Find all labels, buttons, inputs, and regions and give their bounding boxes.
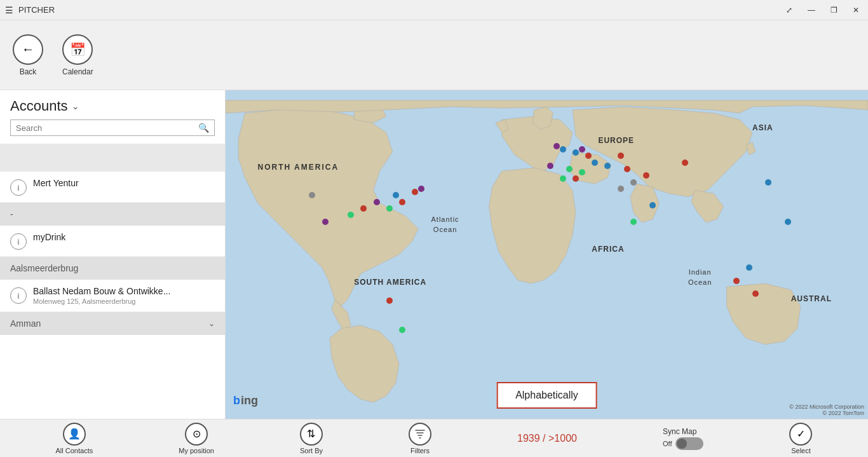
title-bar-left: ☰ PITCHER — [5, 5, 55, 15]
map-dot[interactable] — [374, 199, 380, 205]
section-header-empty — [0, 144, 225, 172]
back-button[interactable]: ← Back — [13, 34, 43, 76]
section-header-dash: - — [0, 203, 225, 226]
map-dot[interactable] — [630, 179, 637, 186]
sidebar-chevron-icon[interactable]: ⌄ — [72, 101, 79, 111]
copyright-text: © 2022 Microsoft Corporation © 2022 TomT… — [789, 404, 864, 416]
sidebar-title: Accounts — [10, 98, 68, 114]
sync-toggle-knob — [677, 439, 687, 449]
title-bar-controls: ⤢ — ❐ ✕ — [782, 4, 863, 16]
map-dot[interactable] — [592, 160, 598, 166]
filters-button[interactable]: Filters — [409, 423, 431, 454]
map-dot[interactable] — [765, 179, 771, 186]
sync-section: Sync Map Off — [663, 427, 703, 450]
sort-by-button[interactable]: ⇅ Sort By — [300, 423, 323, 454]
restore-button[interactable]: ❐ — [827, 4, 841, 16]
account-text: Mert Yentur — [33, 178, 215, 188]
map-dot[interactable] — [399, 199, 405, 205]
account-name: Ballast Nedam Bouw & Ontwikke... — [33, 286, 215, 296]
filter-svg — [414, 428, 426, 440]
section-header-amman-label: Amman — [10, 318, 41, 329]
map-dot[interactable] — [630, 219, 637, 225]
sidebar-title-row: Accounts ⌄ — [10, 98, 215, 114]
back-icon: ← — [13, 34, 43, 65]
calendar-icon: 📅 — [62, 34, 93, 65]
title-bar: ☰ PITCHER ⤢ — ❐ ✕ — [0, 0, 868, 20]
copyright-tomtom: © 2022 TomTom — [789, 410, 864, 416]
list-item[interactable]: i Ballast Nedam Bouw & Ontwikke... Molen… — [0, 280, 225, 312]
map-dot[interactable] — [579, 146, 585, 153]
info-icon[interactable]: i — [10, 233, 27, 250]
select-label: Select — [791, 447, 811, 454]
map-dot[interactable] — [733, 278, 740, 284]
map-area: NORTH AMERICA EUROPE ASIA AFRICA Atlanti… — [226, 90, 868, 419]
select-icon: ✓ — [789, 423, 812, 446]
list-item[interactable]: i Mert Yentur — [0, 172, 225, 203]
all-contacts-icon: 👤 — [63, 423, 86, 446]
map-dot[interactable] — [682, 160, 688, 166]
map-dot[interactable] — [624, 166, 630, 172]
sidebar-list[interactable]: i Mert Yentur - i myDrink Aalsmeerderbru… — [0, 144, 225, 415]
search-input[interactable] — [16, 123, 198, 133]
all-contacts-label: All Contacts — [56, 447, 93, 454]
map-dot[interactable] — [386, 205, 393, 212]
bing-logo-svg: b ing — [233, 393, 271, 408]
sync-status: Off — [663, 440, 672, 447]
calendar-label: Calendar — [62, 67, 93, 76]
bottom-bar: 👤 All Contacts ⊙ My position ⇅ Sort By F… — [0, 419, 868, 457]
map-dot[interactable] — [386, 297, 393, 304]
my-position-button[interactable]: ⊙ My position — [179, 423, 214, 454]
expand-button[interactable]: ⤢ — [782, 4, 796, 16]
map-dot[interactable] — [618, 153, 624, 159]
map-dot[interactable] — [560, 146, 566, 153]
account-address: Molenweg 125, Aalsmeerderbrug — [33, 297, 215, 305]
hamburger-menu[interactable]: ☰ — [5, 5, 13, 15]
bing-logo: b ing — [233, 393, 271, 411]
section-expand-icon[interactable]: ⌄ — [208, 319, 215, 328]
my-position-label: My position — [179, 447, 214, 454]
alphabetically-button[interactable]: Alphabetically — [496, 382, 597, 409]
search-box[interactable]: 🔍 — [10, 119, 215, 136]
world-map — [226, 90, 868, 419]
account-text: myDrink — [33, 232, 215, 242]
sort-by-icon: ⇅ — [300, 423, 323, 446]
copyright-ms: © 2022 Microsoft Corporation — [789, 404, 864, 410]
map-dot[interactable] — [785, 219, 791, 225]
back-label: Back — [20, 67, 37, 76]
count-display: 1939 / >1000 — [517, 433, 577, 444]
select-button[interactable]: ✓ Select — [789, 423, 812, 454]
section-header-aalsmeerderbrug: Aalsmeerderbrug — [0, 257, 225, 280]
map-dot[interactable] — [322, 219, 329, 225]
calendar-button[interactable]: 📅 Calendar — [62, 34, 93, 76]
all-contacts-button[interactable]: 👤 All Contacts — [56, 423, 93, 454]
sidebar-header: Accounts ⌄ 🔍 — [0, 90, 225, 144]
account-name: myDrink — [33, 232, 215, 242]
map-dot[interactable] — [547, 163, 553, 169]
map-dot[interactable] — [618, 186, 624, 192]
minimize-button[interactable]: — — [804, 4, 819, 16]
sync-row: Off — [663, 437, 703, 450]
list-item[interactable]: i myDrink — [0, 226, 225, 257]
close-button[interactable]: ✕ — [849, 4, 863, 16]
sort-by-label: Sort By — [300, 447, 323, 454]
account-text: Ballast Nedam Bouw & Ontwikke... Molenwe… — [33, 286, 215, 305]
info-icon[interactable]: i — [10, 287, 27, 304]
section-header-amman: Amman ⌄ — [0, 312, 225, 335]
map-dot[interactable] — [553, 143, 560, 149]
sidebar: Accounts ⌄ 🔍 i Mert Yentur - i myDrink A… — [0, 90, 226, 419]
account-name: Mert Yentur — [33, 178, 215, 188]
app-title: PITCHER — [18, 5, 55, 15]
sync-toggle[interactable] — [675, 437, 703, 450]
sync-map-label: Sync Map — [663, 427, 696, 436]
map-dot[interactable] — [573, 149, 579, 156]
my-position-icon: ⊙ — [185, 423, 208, 446]
toolbar: ← Back 📅 Calendar — [0, 20, 868, 90]
search-icon: 🔍 — [198, 123, 209, 133]
count-value: 1939 / >1000 — [517, 433, 577, 444]
map-dot[interactable] — [649, 202, 656, 208]
map-dot[interactable] — [746, 264, 752, 271]
svg-text:ing: ing — [241, 394, 258, 407]
info-icon[interactable]: i — [10, 179, 27, 196]
map-dot[interactable] — [566, 166, 573, 172]
filters-icon — [409, 423, 431, 446]
